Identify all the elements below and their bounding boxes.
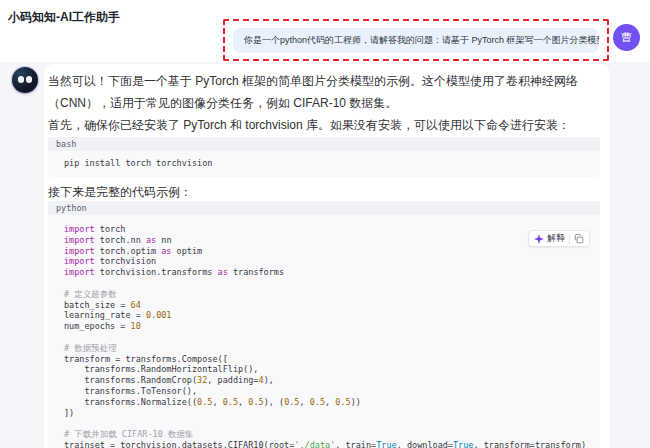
copy-button[interactable] [574,234,584,244]
user-avatar[interactable]: 曹 [613,24,640,51]
bash-code-body[interactable]: pip install torch torchvision [48,151,600,177]
python-language-label: python [48,201,600,215]
code-line: import torch.optim as optim [64,246,590,257]
code-line: learning_rate = 0.001 [64,310,590,321]
robot-eye-right [26,76,32,83]
code-line [64,332,590,343]
sparkle-icon [534,234,544,244]
code-line [64,278,590,289]
code-line: transforms.Normalize((0.5, 0.5, 0.5), (0… [64,397,590,408]
assistant-intro-text: 当然可以！下面是一个基于 PyTorch 框架的简单图片分类模型的示例。这个模型… [48,70,604,114]
code-line: transforms.RandomHorizontalFlip(), [64,364,590,375]
pill-divider [569,234,570,244]
code-line: # 下载并加载 CIFAR-10 数据集 [64,429,590,440]
robot-avatar-icon [12,67,38,93]
app-title: 小码知知-AI工作助手 [8,9,120,26]
code-line: transform = transforms.Compose([ [64,354,590,365]
robot-eye-left [18,76,24,83]
code-action-pill: 解释 [528,230,590,247]
explain-button[interactable]: 解释 [534,232,565,245]
code-line: transforms.RandomCrop(32, padding=4), [64,375,590,386]
code-line: batch_size = 64 [64,300,590,311]
code-line: ]) [64,408,590,419]
code-line: # 数据预处理 [64,343,590,354]
code-line: # 定义超参数 [64,289,590,300]
code-line: import torchvision.transforms as transfo… [64,267,590,278]
code-line: trainset = torchvision.datasets.CIFAR10(… [64,440,590,448]
code-line [64,418,590,429]
code-line: transforms.ToTensor(), [64,386,590,397]
code-line: num_epochs = 10 [64,321,590,332]
explain-button-label: 解释 [547,232,565,245]
annotation-highlight-box: 你是一个python代码的工程师，请解答我的问题：请基于 PyTorch 框架写… [223,19,609,61]
copy-icon [574,234,584,244]
assistant-next-note: 接下来是完整的代码示例： [48,181,348,203]
user-message-bubble: 你是一个python代码的工程师，请解答我的问题：请基于 PyTorch 框架写… [233,28,599,53]
bash-code-block: bash pip install torch torchvision [48,137,600,177]
code-line: import torch.nn as nn [64,235,590,246]
code-line: import torchvision [64,256,590,267]
assistant-install-note: 首先，确保你已经安装了 PyTorch 和 torchvision 库。如果没有… [48,114,604,136]
code-line: import torch [64,224,590,235]
python-code-body[interactable]: import torchimport torch.nn as nnimport … [48,215,600,448]
code-line: pip install torch torchvision [64,158,590,169]
bash-language-label: bash [48,137,600,151]
python-code-block: python import torchimport torch.nn as nn… [48,201,600,448]
